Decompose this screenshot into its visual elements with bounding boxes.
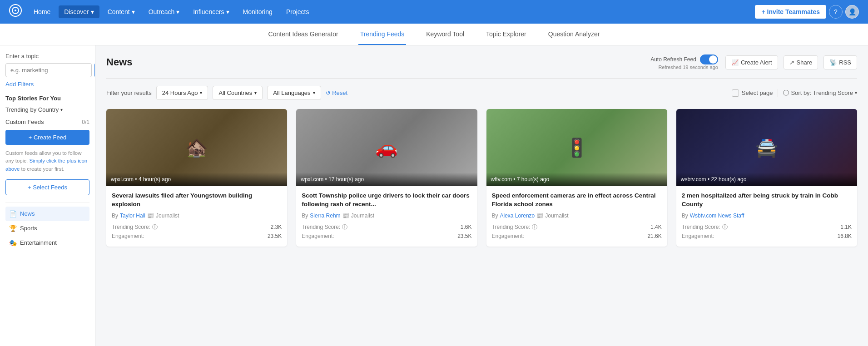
sidebar-item-sports[interactable]: 🏆 Sports [5,221,89,236]
card-3: 🚦 wftv.com • 7 hour(s) ago Speed enforce… [486,109,667,247]
card-4: 🚔 wsbtv.com • 22 hour(s) ago 2 men hospi… [676,109,857,247]
nav-link-home[interactable]: Home [28,5,56,18]
topic-label: Enter a topic [5,53,89,59]
svg-point-2 [15,10,16,11]
info-icon: ⓘ [152,223,158,231]
language-filter-value: All Languages [273,89,310,96]
engagement-value-3: 21.6K [647,233,661,239]
card-title-4: 2 men hospitalized after being struck by… [682,192,852,209]
trending-score-2: 1.6K [461,224,472,230]
card-image-container-1: 🏚️ wpxl.com • 4 hour(s) ago [106,109,287,186]
create-alert-button[interactable]: 📈 Create Alert [725,55,778,69]
tab-question-analyzer[interactable]: Question Analyzer [546,24,602,45]
page-title: News [106,56,132,68]
add-filters-link[interactable]: Add Filters [5,81,89,88]
time-filter-dropdown[interactable]: 24 Hours Ago ▾ [156,86,208,100]
card-image-container-2: 🚗 wpxl.com • 17 hour(s) ago [296,109,477,186]
cards-grid: 🏚️ wpxl.com • 4 hour(s) ago Several laws… [106,109,857,247]
card-time-4: 22 hour(s) ago [711,176,746,183]
trending-score-label-4: Trending Score: ⓘ [682,223,728,231]
sidebar-item-entertainment-label: Entertainment [20,239,57,246]
nav-link-content[interactable]: Content ▾ [102,5,140,18]
trending-score-3: 1.4K [650,224,662,230]
info-icon: ⓘ [783,89,789,97]
sub-nav: Content Ideas Generator Trending Feeds K… [0,24,868,45]
card-image-overlay-4: wsbtv.com • 22 hour(s) ago [676,173,857,186]
journalist-icon-1: 📰 [147,213,154,219]
card-image-overlay-3: wftv.com • 7 hour(s) ago [486,173,667,186]
chevron-down-icon: ▾ [254,90,257,95]
card-author-link-1[interactable]: Taylor Hall [120,213,145,219]
tab-topic-explorer[interactable]: Topic Explorer [484,24,528,45]
card-1: 🏚️ wpxl.com • 4 hour(s) ago Several laws… [106,109,287,247]
custom-feeds-label: Custom Feeds [5,119,44,125]
custom-feeds-count: 0/1 [82,119,89,125]
tab-keyword-tool[interactable]: Keyword Tool [424,24,466,45]
country-filter-dropdown[interactable]: All Countries ▾ [213,86,263,100]
topic-input[interactable] [5,63,92,77]
help-icon[interactable]: ? [829,5,843,19]
trending-score-label-3: Trending Score: ⓘ [492,223,538,231]
filter-label: Filter your results [106,89,152,96]
card-author-link-4[interactable]: Wsbtv.com News Staff [690,213,744,219]
chevron-down-icon: ▾ [313,90,315,95]
card-2: 🚗 wpxl.com • 17 hour(s) ago Scott Townsh… [296,109,477,247]
sidebar-item-sports-label: Sports [20,225,37,232]
tab-content-ideas[interactable]: Content Ideas Generator [267,24,340,45]
trending-score-4: 1.1K [840,224,852,230]
sidebar-item-entertainment[interactable]: 🎭 Entertainment [5,236,89,250]
tab-trending-feeds[interactable]: Trending Feeds [358,24,407,45]
select-feeds-button[interactable]: + Select Feeds [5,179,89,195]
card-time-1: 4 hour(s) ago [139,176,171,183]
sidebar: Enter a topic 🔍 Add Filters Top Stories … [0,45,95,346]
share-icon: ↗ [789,59,794,66]
trending-by-country[interactable]: Trending by Country ▾ [5,106,89,113]
create-feed-button[interactable]: + Create Feed [5,130,89,145]
avatar[interactable]: 👤 [845,5,859,19]
sports-icon: 🏆 [9,225,16,232]
trending-score-1: 2.3K [271,224,282,230]
sidebar-item-news-label: News [20,210,35,217]
auto-refresh-time: Refreshed 19 seconds ago [658,64,718,70]
card-author-link-3[interactable]: Alexa Lorenzo [500,213,535,219]
language-filter-dropdown[interactable]: All Languages ▾ [267,86,321,100]
auto-refresh-toggle[interactable] [700,54,718,64]
engagement-value-2: 23.5K [457,233,471,239]
custom-feeds-hint: Custom feeds allow you to follow any top… [5,149,89,173]
sort-label[interactable]: Sort by: Trending Score [791,89,853,96]
nav-link-outreach[interactable]: Outreach ▾ [143,5,185,18]
card-title-2: Scott Township police urge drivers to lo… [302,192,471,209]
info-icon: ⓘ [342,223,347,231]
nav-link-discover[interactable]: Discover ▾ [59,5,99,18]
nav-link-influencers[interactable]: Influencers ▾ [188,5,234,18]
card-title-1: Several lawsuits filed after Youngstown … [112,192,282,209]
checkbox-select-page[interactable] [732,89,739,97]
card-image-overlay-1: wpxl.com • 4 hour(s) ago [106,173,287,186]
engagement-label-3: Engagement: [492,233,524,239]
card-author-type-2: Journalist [351,213,374,219]
trending-score-label-1: Trending Score: ⓘ [112,223,158,231]
chevron-down-icon: ▾ [60,107,63,112]
card-author-link-2[interactable]: Sierra Rehm [310,213,340,219]
sidebar-item-news[interactable]: 📄 News [5,207,89,221]
card-image-overlay-2: wpxl.com • 17 hour(s) ago [296,173,477,186]
invite-teammates-button[interactable]: + Invite Teammates [755,5,826,19]
chevron-down-icon: ▾ [855,90,857,95]
journalist-icon-3: 📰 [536,213,543,219]
info-icon: ⓘ [722,223,728,231]
rss-button[interactable]: 📡 RSS [823,55,857,69]
engagement-value-4: 16.8K [838,233,852,239]
card-title-3: Speed enforcement cameras are in effect … [492,192,662,209]
nav-link-monitoring[interactable]: Monitoring [238,5,278,18]
card-source-1: wpxl.com [111,176,134,183]
card-source-3: wftv.com [491,176,512,183]
reset-button[interactable]: ↺ Reset [326,89,348,96]
card-image-container-3: 🚦 wftv.com • 7 hour(s) ago [486,109,667,186]
nav-link-projects[interactable]: Projects [281,5,315,18]
share-button[interactable]: ↗ Share [784,55,818,69]
auto-refresh-label: Auto Refresh Feed [650,56,696,63]
select-page-label: Select page [742,89,773,96]
time-filter-value: 24 Hours Ago [162,89,198,96]
engagement-label-2: Engagement: [302,233,334,239]
engagement-label-1: Engagement: [112,233,144,239]
